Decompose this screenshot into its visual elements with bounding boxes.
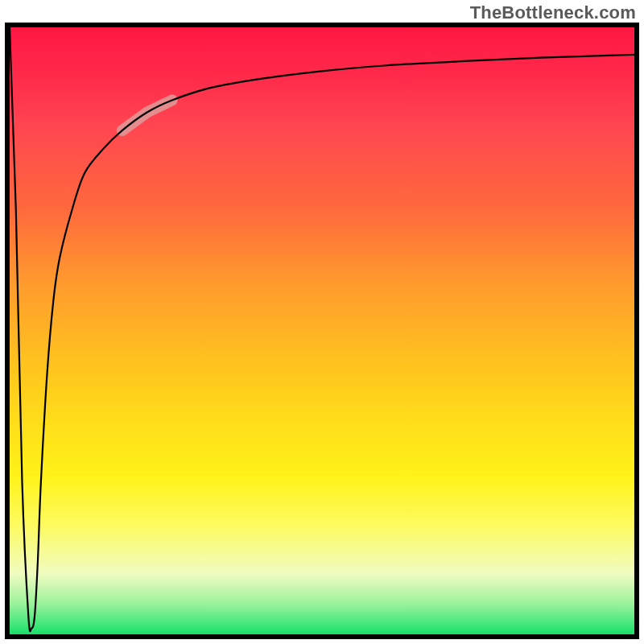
attribution-label: TheBottleneck.com [470,2,636,23]
curve-highlight-segment [122,100,172,130]
curve-svg [10,27,634,634]
bottleneck-curve [10,27,634,631]
plot-area [5,23,639,639]
bottleneck-chart-figure: TheBottleneck.com [0,0,644,644]
